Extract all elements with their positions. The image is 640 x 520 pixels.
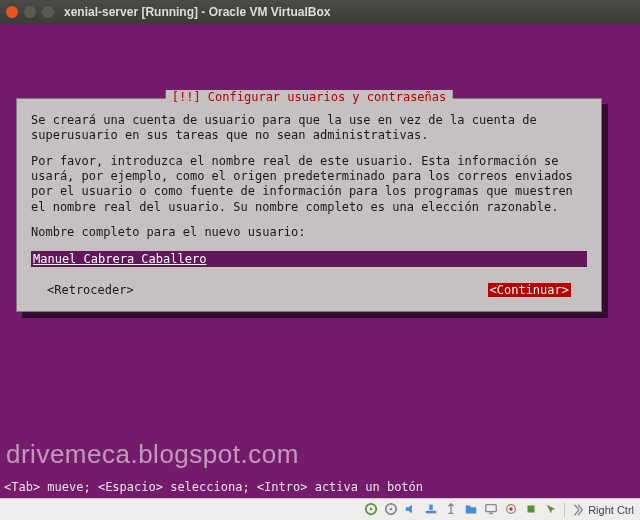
help-bar: <Tab> mueve; <Espacio> selecciona; <Intr… bbox=[4, 480, 423, 494]
dialog-paragraph-1: Se creará una cuenta de usuario para que… bbox=[31, 113, 587, 144]
svg-rect-5 bbox=[429, 504, 433, 509]
display-icon bbox=[484, 502, 498, 518]
svg-rect-10 bbox=[528, 505, 535, 512]
svg-point-1 bbox=[370, 507, 373, 510]
hard-disk-icon bbox=[364, 502, 378, 518]
dialog-title: [!!] Configurar usuarios y contraseñas bbox=[166, 90, 453, 104]
usb-icon bbox=[444, 502, 458, 518]
dialog-paragraph-2: Por favor, introduzca el nombre real de … bbox=[31, 154, 587, 215]
maximize-icon[interactable] bbox=[42, 6, 54, 18]
svg-point-3 bbox=[390, 507, 393, 510]
continue-button[interactable]: <Continuar> bbox=[488, 283, 571, 297]
svg-point-9 bbox=[509, 507, 513, 511]
hostkey-label: Right Ctrl bbox=[588, 504, 634, 516]
close-icon[interactable] bbox=[6, 6, 18, 18]
hostkey-indicator: Right Ctrl bbox=[571, 503, 634, 517]
window-title: xenial-server [Running] - Oracle VM Virt… bbox=[64, 5, 331, 19]
fullname-input[interactable]: Manuel Cabrera Caballero bbox=[31, 251, 587, 267]
mouse-integration-icon bbox=[544, 502, 558, 518]
vbox-statusbar: Right Ctrl bbox=[0, 498, 640, 520]
recording-icon bbox=[504, 502, 518, 518]
audio-icon bbox=[404, 502, 418, 518]
vm-guest-area: [!!] Configurar usuarios y contraseñas S… bbox=[0, 24, 640, 498]
window-titlebar: xenial-server [Running] - Oracle VM Virt… bbox=[0, 0, 640, 24]
installer-dialog: [!!] Configurar usuarios y contraseñas S… bbox=[16, 98, 602, 312]
watermark-text: drivemeca.blogspot.com bbox=[6, 439, 299, 470]
statusbar-separator bbox=[564, 503, 565, 517]
keyboard-icon bbox=[571, 503, 585, 517]
back-button[interactable]: <Retroceder> bbox=[47, 283, 134, 297]
svg-rect-4 bbox=[426, 510, 437, 513]
svg-rect-6 bbox=[486, 504, 497, 511]
network-icon bbox=[424, 502, 438, 518]
cpu-icon bbox=[524, 502, 538, 518]
shared-folders-icon bbox=[464, 502, 478, 518]
svg-rect-7 bbox=[489, 512, 493, 514]
fullname-label: Nombre completo para el nuevo usuario: bbox=[31, 225, 587, 240]
optical-disk-icon bbox=[384, 502, 398, 518]
minimize-icon[interactable] bbox=[24, 6, 36, 18]
